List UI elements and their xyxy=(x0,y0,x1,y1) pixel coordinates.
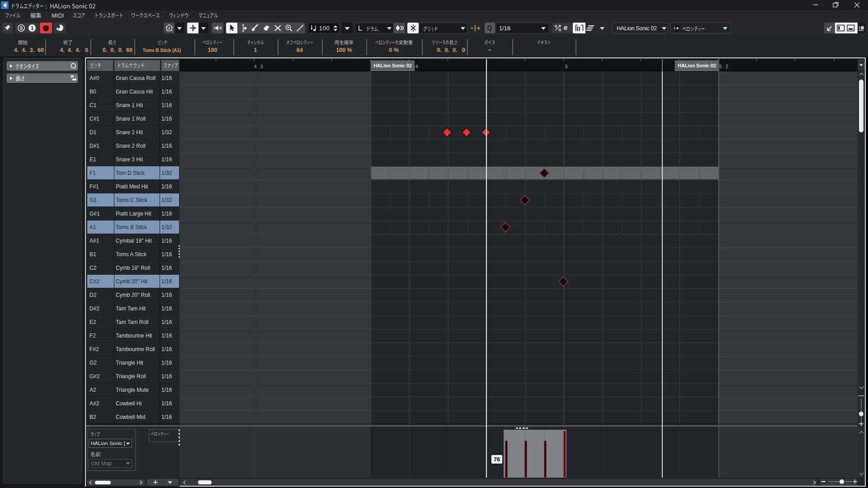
svg-text:1: 1 xyxy=(31,25,34,31)
svg-text:S: S xyxy=(19,25,23,31)
